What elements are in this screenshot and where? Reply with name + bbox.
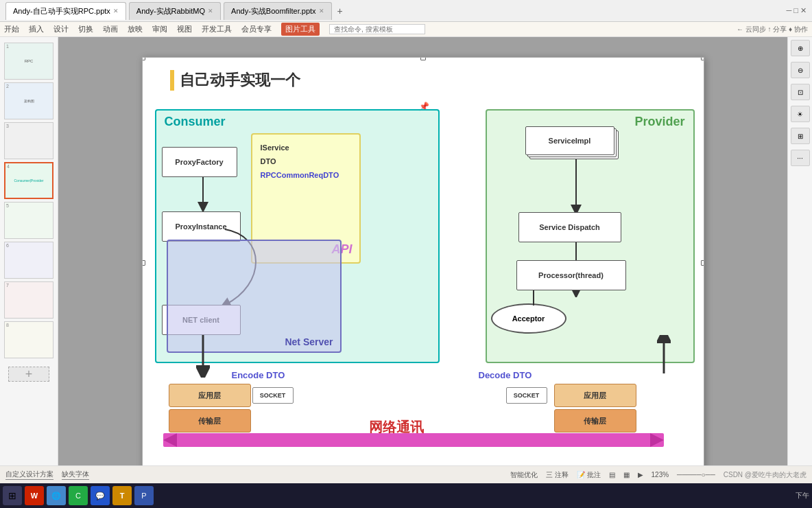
taskbar-browser2[interactable]: C — [69, 486, 88, 505]
svg-rect-6 — [163, 433, 664, 447]
zoom-out-button[interactable]: ⊖ — [791, 62, 810, 78]
app-layer2-box: 应用层 — [554, 384, 636, 407]
slide-title-text: 自己动手实现一个 — [180, 70, 300, 91]
handle-ml[interactable] — [142, 260, 145, 266]
zoom-in-button[interactable]: ⊕ — [791, 40, 810, 56]
socket2-text: SOCKET — [514, 392, 540, 399]
serviceimpl-text: ServiceImpl — [549, 137, 591, 145]
cloud-status: ← 云同步 ↑ 分享 ♦ 协作 — [737, 25, 808, 34]
netserver-label: Net Server — [285, 336, 333, 347]
window-controls: ─ □ ✕ — [786, 6, 807, 15]
slide-thumb-8[interactable]: 8 — [4, 321, 53, 358]
transport-layer1-text: 传输层 — [198, 416, 221, 426]
tab-boomfilter-close[interactable]: ✕ — [319, 8, 324, 14]
title-bar: Andy-自己动手实现RPC.pptx ✕ Andy-实战RabbitMQ ✕ … — [0, 0, 812, 22]
servicedispatch-text: Service Dispatch — [539, 223, 600, 231]
handle-mr[interactable] — [701, 260, 704, 266]
light-button[interactable]: ☀ — [791, 106, 810, 122]
serviceimpl-box: ServiceImpl — [525, 126, 614, 155]
ribbon-devtools[interactable]: 开发工具 — [202, 24, 232, 34]
slide-thumb-4[interactable]: 4 Consumer|Provider — [4, 162, 53, 199]
tab-rpc-label: Andy-自己动手实现RPC.pptx — [13, 6, 110, 16]
acceptor-text: Acceptor — [512, 314, 545, 323]
missing-font[interactable]: 缺失字体 — [62, 470, 89, 480]
handle-tl[interactable] — [142, 57, 145, 60]
tab-rabbitmq-label: Andy-实战RabbitMQ — [136, 6, 205, 16]
processor-text: Processor(thread) — [538, 271, 604, 279]
view-grid[interactable]: ▦ — [623, 471, 630, 478]
dto-text: DTO — [261, 155, 351, 169]
ribbon-design[interactable]: 设计 — [53, 24, 69, 34]
app-layer1-box: 应用层 — [169, 384, 251, 407]
pink-arrow — [163, 430, 664, 450]
annotation[interactable]: 三 注释 — [546, 470, 569, 480]
ribbon-animation[interactable]: 动画 — [103, 24, 118, 34]
tab-rpc-close[interactable]: ✕ — [113, 8, 119, 14]
ribbon-transition[interactable]: 切换 — [78, 24, 93, 34]
app-layer2-text: 应用层 — [584, 391, 606, 401]
status-bar: 自定义设计方案 缺失字体 智能优化 三 注释 📝 批注 ▤ ▦ ▶ 123% ─… — [0, 465, 812, 483]
ai-optimize[interactable]: 智能优化 — [510, 470, 538, 480]
api-content: IService DTO RPCCommonReqDTO — [252, 135, 359, 189]
handle-tr[interactable] — [701, 57, 704, 60]
slide-thumb-2[interactable]: 2 架构图 — [4, 82, 53, 119]
processor-box: Processor(thread) — [516, 260, 626, 290]
tab-add-button[interactable]: + — [335, 5, 346, 16]
taskbar-wps[interactable]: W — [25, 486, 44, 505]
tab-boomfilter[interactable]: Andy-实战Boomfilter.pptx ✕ — [224, 2, 332, 20]
zoom-level: 123% — [652, 471, 669, 478]
proxyfactory-box: ProxyFactory — [162, 147, 237, 177]
ribbon-view[interactable]: 视图 — [177, 24, 192, 34]
rpccommon-text: RPCCommonReqDTO — [261, 169, 351, 183]
ribbon-member[interactable]: 会员专享 — [241, 24, 272, 34]
encode-dto-label: Encode DTO — [232, 370, 285, 380]
taskbar-browser1[interactable]: 🌐 — [47, 486, 66, 505]
slide-thumb-7[interactable]: 7 — [4, 281, 53, 319]
arrow-right-up — [657, 335, 671, 378]
taskbar-app[interactable]: P — [134, 486, 154, 505]
ribbon-insert[interactable]: 插入 — [29, 24, 44, 34]
ribbon-imagetools[interactable]: 图片工具 — [281, 23, 320, 36]
ribbon-show[interactable]: 放映 — [128, 24, 143, 34]
socket1-box: SOCKET — [252, 387, 294, 404]
decode-dto-label: Decode DTO — [479, 370, 532, 380]
ribbon-review[interactable]: 审阅 — [152, 24, 167, 34]
ribbon-start[interactable]: 开始 — [4, 24, 19, 34]
add-slide-button[interactable]: + — [8, 367, 49, 382]
tab-boomfilter-label: Andy-实战Boomfilter.pptx — [231, 6, 316, 16]
transport-layer2-box: 传输层 — [554, 409, 636, 432]
arrow-si-sd — [569, 159, 583, 214]
search-input[interactable] — [329, 24, 425, 34]
view-present[interactable]: ▶ — [638, 471, 643, 478]
tab-rabbitmq[interactable]: Andy-实战RabbitMQ ✕ — [129, 2, 221, 20]
netserver-box: Net Server — [167, 240, 342, 353]
proxyfactory-text: ProxyFactory — [175, 158, 223, 166]
tab-rabbitmq-close[interactable]: ✕ — [208, 8, 213, 14]
taskbar-chat[interactable]: 💬 — [91, 486, 110, 505]
slide-thumb-5[interactable]: 5 — [4, 202, 53, 239]
arrow-nc-down — [196, 335, 210, 378]
transport-layer1-box: 传输层 — [169, 409, 251, 432]
slide-thumb-6[interactable]: 6 — [4, 242, 53, 279]
comment[interactable]: 📝 批注 — [577, 470, 601, 480]
start-button[interactable]: ⊞ — [3, 486, 22, 505]
socket1-text: SOCKET — [260, 392, 286, 399]
provider-label: Provider — [634, 115, 684, 129]
design-plan[interactable]: 自定义设计方案 — [5, 470, 53, 480]
fit-button[interactable]: ⊡ — [791, 84, 810, 100]
grid-button[interactable]: ⊞ — [791, 128, 810, 144]
ribbon: 开始 插入 设计 切换 动画 放映 审阅 视图 开发工具 会员专享 图片工具 ←… — [0, 22, 812, 37]
transport-layer2-text: 传输层 — [584, 416, 606, 426]
more-button[interactable]: ··· — [791, 150, 810, 166]
socket2-box: SOCKET — [506, 387, 547, 404]
taskbar-t[interactable]: T — [112, 486, 132, 505]
zoom-slider[interactable]: ─────○── — [677, 471, 715, 478]
slide-thumb-3[interactable]: 3 — [4, 122, 53, 159]
view-normal[interactable]: ▤ — [609, 471, 615, 478]
servicedispatch-box: Service Dispatch — [518, 212, 621, 242]
slide-canvas[interactable]: 自己动手实现一个 📌 Consumer Provider IService DT… — [142, 57, 704, 469]
serviceimpl-stack: ServiceImpl — [525, 126, 614, 155]
slide-thumb-1[interactable]: 1 RPC — [4, 43, 53, 80]
handle-tm[interactable] — [420, 57, 426, 60]
tab-rpc[interactable]: Andy-自己动手实现RPC.pptx ✕ — [5, 2, 126, 20]
